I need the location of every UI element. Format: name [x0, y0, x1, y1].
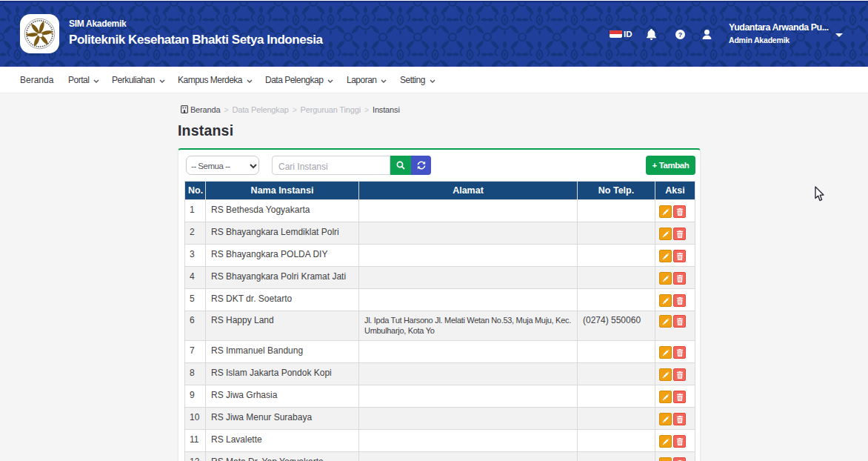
svg-text:?: ? — [678, 30, 683, 38]
